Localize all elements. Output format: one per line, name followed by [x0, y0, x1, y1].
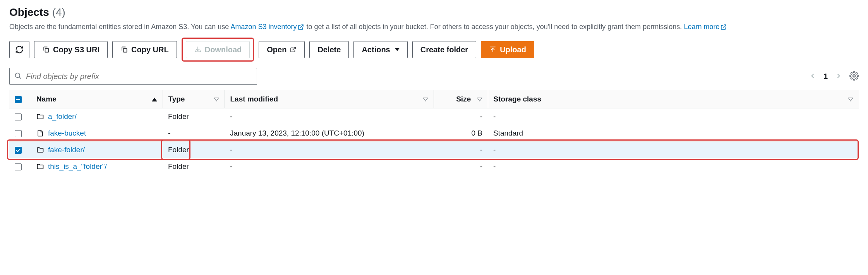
object-name-link[interactable]: a_folder/: [48, 112, 77, 121]
chevron-down-icon: [395, 48, 400, 51]
learn-more-label: Learn more: [684, 23, 719, 31]
object-name-link[interactable]: fake-bucket: [48, 129, 86, 138]
svg-rect-0: [45, 49, 49, 52]
type-cell: -: [163, 125, 225, 142]
object-name-link[interactable]: this_is_a_"folder"/: [48, 162, 107, 171]
storage-class-cell: Standard: [488, 125, 859, 142]
upload-icon: [489, 46, 497, 53]
objects-table: Name Type Last modified Size: [9, 90, 859, 175]
col-storage-label: Storage class: [494, 95, 542, 103]
size-cell: 0 B: [434, 125, 488, 142]
last-modified-cell: -: [225, 108, 434, 125]
table-row: fake-folder/Folder---: [9, 142, 859, 158]
inventory-link[interactable]: Amazon S3 inventory: [230, 23, 304, 31]
sort-icon: [214, 98, 219, 101]
column-header-type[interactable]: Type: [163, 90, 225, 108]
download-icon: [194, 46, 202, 53]
delete-label: Delete: [317, 45, 341, 54]
search-box[interactable]: [9, 68, 257, 85]
inventory-link-label: Amazon S3 inventory: [230, 23, 297, 31]
storage-class-cell: -: [488, 158, 859, 175]
col-name-label: Name: [36, 95, 57, 103]
description-text: Objects are the fundamental entities sto…: [9, 22, 859, 32]
row-checkbox[interactable]: [15, 163, 22, 170]
upload-button[interactable]: Upload: [481, 41, 534, 58]
last-modified-cell: -: [225, 158, 434, 175]
page-next-button[interactable]: [835, 72, 842, 81]
sort-icon: [477, 98, 482, 101]
create-folder-button[interactable]: Create folder: [412, 41, 476, 58]
open-button[interactable]: Open: [259, 41, 305, 58]
column-header-last-modified[interactable]: Last modified: [225, 90, 434, 108]
type-cell: Folder: [163, 142, 225, 158]
folder-icon: [36, 113, 44, 120]
table-row: fake-bucket-January 13, 2023, 12:10:00 (…: [9, 125, 859, 142]
size-cell: -: [434, 142, 488, 158]
download-label: Download: [205, 45, 242, 54]
size-cell: -: [434, 108, 488, 125]
row-checkbox[interactable]: [15, 113, 22, 120]
page-title: Objects: [9, 6, 49, 19]
delete-button[interactable]: Delete: [309, 41, 349, 58]
type-cell: Folder: [163, 158, 225, 175]
row-checkbox[interactable]: [15, 130, 22, 137]
description-part2: to get a list of all objects in your buc…: [306, 23, 684, 31]
learn-more-link[interactable]: Learn more: [684, 23, 727, 31]
download-highlight: Download: [182, 38, 254, 62]
page-prev-button[interactable]: [809, 72, 817, 81]
upload-label: Upload: [500, 45, 526, 54]
size-cell: -: [434, 158, 488, 175]
create-folder-label: Create folder: [420, 45, 468, 54]
copy-s3-uri-button[interactable]: Copy S3 URI: [34, 41, 108, 58]
description-part1: Objects are the fundamental entities sto…: [9, 23, 230, 31]
svg-point-2: [15, 73, 20, 77]
open-label: Open: [267, 45, 286, 54]
storage-class-cell: -: [488, 108, 859, 125]
external-link-icon: [720, 24, 727, 31]
col-size-label: Size: [456, 95, 471, 103]
search-icon: [14, 72, 22, 81]
object-name-link[interactable]: fake-folder/: [48, 146, 85, 154]
settings-button[interactable]: [849, 71, 859, 82]
refresh-icon: [15, 45, 24, 54]
folder-icon: [36, 146, 44, 154]
search-input[interactable]: [25, 72, 252, 81]
actions-button[interactable]: Actions: [353, 41, 407, 58]
row-checkbox[interactable]: [15, 147, 22, 154]
copy-url-label: Copy URL: [131, 45, 169, 54]
actions-label: Actions: [362, 45, 390, 54]
page-number: 1: [823, 72, 828, 81]
last-modified-cell: January 13, 2023, 12:10:00 (UTC+01:00): [225, 125, 434, 142]
file-icon: [36, 129, 44, 137]
download-button: Download: [186, 41, 250, 58]
sort-icon: [423, 98, 428, 101]
table-row: a_folder/Folder---: [9, 108, 859, 125]
svg-rect-1: [124, 49, 127, 52]
sort-icon: [848, 98, 853, 101]
col-modified-label: Last modified: [230, 95, 278, 103]
table-row: this_is_a_"folder"/Folder---: [9, 158, 859, 175]
column-header-size[interactable]: Size: [434, 90, 488, 108]
last-modified-cell: -: [225, 142, 434, 158]
external-link-icon: [290, 46, 297, 53]
external-link-icon: [297, 24, 304, 31]
col-type-label: Type: [168, 95, 185, 103]
sort-asc-icon: [152, 98, 157, 101]
select-all-checkbox[interactable]: [15, 96, 22, 103]
svg-point-3: [853, 75, 855, 77]
storage-class-cell: -: [488, 142, 859, 158]
copy-url-button[interactable]: Copy URL: [112, 41, 177, 58]
folder-icon: [36, 163, 44, 170]
copy-icon: [42, 46, 50, 53]
column-header-name[interactable]: Name: [31, 90, 163, 108]
object-count: (4): [52, 6, 65, 19]
type-cell: Folder: [163, 108, 225, 125]
copy-icon: [120, 46, 128, 53]
column-header-storage-class[interactable]: Storage class: [488, 90, 859, 108]
copy-s3-uri-label: Copy S3 URI: [53, 45, 99, 54]
refresh-button[interactable]: [9, 41, 29, 58]
